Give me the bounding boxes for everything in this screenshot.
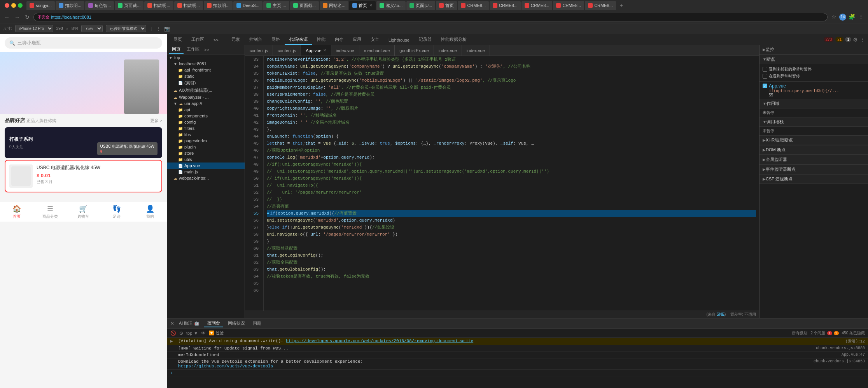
address-input[interactable]: 不安全 https://localhost:8081 (33, 13, 828, 21)
tree-item-libs[interactable]: 📁 libs (167, 131, 245, 138)
breakpoints-section-header[interactable]: ▼ 断点 (760, 55, 868, 64)
brand-more-button[interactable]: 更多 > (150, 118, 162, 124)
console-tab-issues[interactable]: 问题 (250, 320, 264, 327)
tree-item-index[interactable]: 📄 (索引) (167, 79, 245, 87)
minimize-window-button[interactable] (11, 3, 16, 8)
tree-item-filters[interactable]: 📁 filters (167, 125, 245, 131)
tree-item-config[interactable]: 📁 config (167, 119, 245, 125)
sne-link[interactable]: SNE (717, 312, 725, 316)
tab-recorder[interactable]: 记录器 (414, 35, 436, 45)
warning-count-badge[interactable]: 21 (835, 37, 844, 42)
tab-crme5[interactable]: CRME8... (585, 1, 616, 10)
editor-tab-merchantvue[interactable]: merchant.vue (359, 45, 395, 56)
close-window-button[interactable] (5, 3, 9, 8)
user-account-button[interactable]: 14 (839, 14, 846, 21)
tree-item-top[interactable]: ▼ top (167, 54, 245, 61)
tab-paging1[interactable]: 页面截... (115, 1, 144, 10)
appvue-bp-checkbox[interactable]: ✓ (763, 84, 767, 88)
tab-security[interactable]: 安全 (366, 35, 384, 45)
tab-crme1[interactable]: CRME8... (458, 1, 489, 10)
xhr-section-header[interactable]: ▶ XHR/提取断点 (760, 136, 868, 145)
tab-crme2[interactable]: CRME8... (490, 1, 521, 10)
nav-item-mine[interactable]: 👤 我的 (133, 204, 167, 219)
global-listeners-header[interactable]: ▶ 全局监听器 (760, 155, 868, 164)
console-close-button[interactable]: ✕ (170, 321, 174, 326)
tab-pageui[interactable]: 页面|U... (406, 1, 435, 10)
subtab-webpage[interactable]: 网页 (169, 45, 184, 54)
console-input-prompt[interactable]: › (167, 370, 868, 376)
tree-item-uniapp[interactable]: ▼ ☁ uni-app:// (167, 100, 245, 107)
console-tab-network[interactable]: 网络状况 (225, 320, 248, 327)
close-tab-icon[interactable]: ✕ (323, 48, 326, 52)
console-tab-ai[interactable]: AI 助理 🤖 (176, 320, 203, 327)
tree-item-webpack[interactable]: ☁ webpack-inter... (167, 175, 245, 181)
new-tab-button[interactable]: + (617, 1, 626, 10)
tab-performance[interactable]: 性能 (312, 35, 330, 45)
vue-source[interactable]: chunk-vendors.js:34853 (814, 359, 865, 364)
editor-tab-indexvue2[interactable]: index.vue (434, 45, 462, 56)
tree-item-localhost[interactable]: ▼ localhost:8081 (167, 61, 245, 67)
devtools-more-icon[interactable]: ⋮ (859, 37, 865, 43)
zoom-selector[interactable]: 75% (81, 25, 103, 32)
forward-button[interactable]: → (13, 14, 21, 20)
tree-item-pages-index[interactable]: 📁 pages/index (167, 138, 245, 144)
tab-crme4[interactable]: CRME8... (553, 1, 584, 10)
tab-network[interactable]: 网络 (267, 35, 285, 45)
subtab-more[interactable]: >> (203, 47, 211, 53)
capture-icon[interactable]: ⊙ (179, 330, 183, 336)
meridxd-source[interactable]: App.vue:47 (842, 353, 865, 357)
tab-console[interactable]: 控制台 (245, 35, 267, 45)
subtab-workspace[interactable]: 工作区 (184, 45, 203, 54)
bookmark-button[interactable]: ☆ (830, 14, 838, 21)
tree-item-appvue[interactable]: 📄 App.vue (167, 163, 245, 169)
event-listeners-header[interactable]: ▶ 事件监听器断点 (760, 165, 868, 174)
bp-exception-checkbox[interactable] (763, 74, 767, 79)
tab-home1[interactable]: 主页-... (263, 1, 289, 10)
tree-item-wappalyzer[interactable]: ☁ Wappalyzer - ... (167, 94, 245, 100)
tab-paging2[interactable]: 页面截... (290, 1, 319, 10)
console-tab-console[interactable]: 控制台 (204, 319, 223, 327)
tree-item-plugin[interactable]: 📁 plugin (167, 144, 245, 150)
tab-koukuan1[interactable]: 扣款明... (56, 1, 84, 10)
bp-uncaught-checkbox[interactable] (763, 67, 767, 72)
tree-item-uniapi[interactable]: 📁 api (167, 107, 245, 113)
camera-button[interactable]: 📷 (164, 26, 170, 31)
violation-source[interactable]: (索引):12 (845, 339, 865, 344)
phone-banner[interactable] (0, 52, 167, 114)
tab-workspace[interactable]: 工作区 (187, 35, 209, 45)
tree-item-utils[interactable]: 📁 utils (167, 156, 245, 163)
tab-memory[interactable]: 内存 (330, 35, 348, 45)
tab-navigate[interactable]: 遨义/to... (376, 1, 406, 10)
watch-section-header[interactable]: ▶ 监控 (760, 45, 868, 54)
tab-songyi[interactable]: songyi... (26, 1, 55, 10)
more-settings-button[interactable]: ⋮ (156, 26, 161, 31)
nav-item-history[interactable]: 👣 足迹 (100, 204, 133, 219)
phone-search-input[interactable]: 🔍 三狮小鹿瓶 (5, 37, 162, 49)
csp-section-header[interactable]: ▶ CSP 违规断点 (760, 175, 868, 184)
editor-tab-indexvue3[interactable]: index.vue (462, 45, 490, 56)
nav-item-cart[interactable]: 🛒 购物车 (67, 204, 100, 219)
tab-sources[interactable]: 代码/来源 (285, 35, 312, 45)
hmr-source[interactable]: chunk-vendors.js:8880 (816, 346, 865, 350)
editor-tab-indexvue1[interactable]: index.vue (331, 45, 359, 56)
tab-koukuan2[interactable]: 扣款明... (144, 1, 173, 10)
tab-koukuan3[interactable]: 扣款明... (174, 1, 203, 10)
eye-icon[interactable]: 👁 (201, 330, 206, 336)
editor-tab-contentjs2[interactable]: content.js (273, 45, 301, 56)
tab-more[interactable]: >> (209, 36, 223, 45)
scope-section-header[interactable]: ▼ 作用域 (760, 99, 868, 108)
device-selector[interactable]: iPhone 12 Pro (15, 25, 53, 32)
tab-deeps[interactable]: DeepS... (233, 1, 262, 10)
nav-item-category[interactable]: ☰ 商品分类 (33, 204, 67, 219)
reload-button[interactable]: ↻ (23, 14, 31, 20)
vue-devtools-link[interactable]: https://github.com/vuejs/vue-devtools (178, 364, 273, 369)
issue-count-badge[interactable]: 1 (845, 37, 851, 42)
tree-item-static[interactable]: 📁 static (167, 73, 245, 79)
tab-crme3[interactable]: CRME8... (522, 1, 553, 10)
extension-button[interactable]: 🧩 (848, 14, 856, 21)
callstack-section-header[interactable]: ▼ 调用堆栈 (760, 117, 868, 127)
tree-item-components[interactable]: 📁 components (167, 113, 245, 119)
tree-item-aix[interactable]: ☁ AIX智能编辑器(... (167, 87, 245, 94)
product-card[interactable]: USBC 电源适配器/氮化镓 45W ¥ 0.01 已售 3 月 (5, 160, 162, 192)
tree-item-mainjs[interactable]: 📄 main.js (167, 169, 245, 175)
